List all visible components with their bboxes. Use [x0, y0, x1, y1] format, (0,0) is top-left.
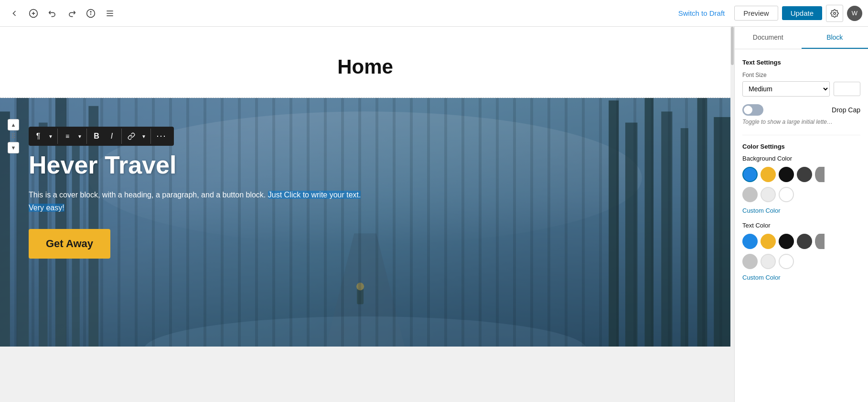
align-icon: ≡	[65, 132, 69, 140]
main-area: Home	[0, 27, 868, 402]
paragraph-type-button[interactable]: ¶	[31, 129, 46, 144]
text-color-dark-gray[interactable]	[797, 234, 812, 249]
text-format-group: B I	[89, 129, 122, 144]
link-button[interactable]	[124, 129, 139, 144]
redo-button[interactable]	[63, 5, 80, 22]
text-color-swatches	[742, 234, 860, 249]
page-title[interactable]: Home	[10, 55, 721, 78]
add-block-button[interactable]	[25, 5, 42, 22]
drop-cap-row: Drop Cap	[742, 104, 860, 116]
undo-button[interactable]	[44, 5, 61, 22]
more-options-group: ⋮	[153, 129, 170, 144]
cover-paragraph[interactable]: This is a cover block, with a heading, a…	[29, 188, 363, 214]
move-up-button[interactable]: ▲	[8, 119, 19, 130]
drag-handle[interactable]: ⠿	[8, 131, 19, 141]
switch-to-draft-button[interactable]: Switch to Draft	[673, 6, 731, 20]
bold-button[interactable]: B	[89, 129, 104, 144]
drop-cap-label-text: Drop Cap	[832, 106, 860, 114]
bg-color-gray-partial[interactable]	[815, 167, 825, 182]
sidebar-divider-1	[742, 135, 860, 135]
background-color-swatches-row2	[742, 187, 860, 202]
move-down-button[interactable]: ▼	[8, 142, 19, 153]
font-size-select[interactable]: Medium Small Large Extra Large	[742, 81, 830, 97]
chevron-down-icon-2: ▼	[77, 134, 82, 139]
user-avatar[interactable]: W	[847, 6, 862, 21]
text-color-swatches-row2	[742, 254, 860, 269]
text-color-blue[interactable]	[742, 234, 758, 249]
font-size-label-text: Font Size	[742, 72, 860, 78]
align-dropdown-button[interactable]: ▼	[75, 129, 85, 144]
toggle-knob	[744, 106, 752, 114]
settings-button[interactable]	[826, 5, 843, 22]
bg-color-dark-gray[interactable]	[797, 167, 812, 182]
paragraph-text-before: This is a cover block, with a heading, a…	[29, 191, 268, 199]
editor-canvas: Home	[0, 27, 730, 347]
font-size-custom-input[interactable]	[834, 82, 860, 96]
page-title-area: Home	[0, 27, 730, 98]
right-sidebar: Document Block Text Settings Font Size M…	[734, 27, 868, 402]
drop-cap-toggle[interactable]	[742, 104, 763, 116]
italic-button[interactable]: I	[104, 129, 119, 144]
scrollbar-thumb	[731, 27, 734, 65]
text-color-black[interactable]	[779, 234, 794, 249]
text-color-label: Text Color	[742, 222, 860, 229]
preview-button[interactable]: Preview	[734, 6, 778, 21]
main-toolbar: Switch to Draft Preview Update W	[0, 0, 868, 27]
list-view-button[interactable]	[101, 5, 118, 22]
text-color-off-white[interactable]	[761, 254, 776, 269]
bg-color-black[interactable]	[779, 167, 794, 182]
text-settings-label: Text Settings	[742, 59, 860, 66]
text-color-light-gray[interactable]	[742, 254, 758, 269]
update-button[interactable]: Update	[782, 6, 822, 20]
button-block: Get Away	[29, 229, 702, 259]
text-color-gray-partial[interactable]	[815, 234, 825, 249]
text-color-white[interactable]	[779, 254, 794, 269]
block-move-handle[interactable]: ▲ ⠿ ▼	[8, 119, 19, 153]
text-color-yellow[interactable]	[761, 234, 776, 249]
tab-block[interactable]: Block	[802, 27, 868, 49]
toolbar-right-actions: Switch to Draft Preview Update W	[673, 5, 862, 22]
link-group: ▼	[124, 129, 151, 144]
more-options-button[interactable]: ⋮	[153, 129, 168, 144]
chevron-down-icon-3: ▼	[141, 134, 146, 139]
bg-color-yellow[interactable]	[761, 167, 776, 182]
bg-color-off-white[interactable]	[761, 187, 776, 202]
bg-color-light-gray[interactable]	[742, 187, 758, 202]
info-button[interactable]	[82, 5, 99, 22]
bg-color-blue[interactable]	[742, 167, 758, 182]
custom-color-text-link[interactable]: Custom Color	[742, 274, 860, 281]
color-settings-label: Color Settings	[742, 143, 860, 150]
background-color-swatches	[742, 167, 860, 182]
sidebar-content: Text Settings Font Size Medium Small Lar…	[735, 49, 868, 402]
chevron-down-icon: ▼	[48, 134, 53, 139]
cover-content: ▲ ⠿ ▼ ¶ ▼	[0, 98, 730, 278]
svg-point-5	[90, 11, 91, 12]
cover-heading[interactable]: Hever Travel	[29, 152, 702, 179]
sidebar-tabs: Document Block	[735, 27, 868, 49]
block-format-toolbar: ¶ ▼ ≡ ▼	[29, 127, 174, 146]
back-button[interactable]	[6, 5, 23, 22]
align-button[interactable]: ≡	[60, 129, 75, 144]
paragraph-type-group: ¶ ▼	[31, 129, 58, 144]
editor-scrollbar[interactable]	[730, 27, 734, 402]
cover-block[interactable]: ▲ ⠿ ▼ ¶ ▼	[0, 98, 730, 347]
toolbar-left-actions	[6, 5, 118, 22]
paragraph-dropdown-button[interactable]: ▼	[46, 129, 55, 144]
paragraph-icon: ¶	[36, 132, 41, 141]
tab-document[interactable]: Document	[735, 27, 802, 49]
alignment-group: ≡ ▼	[60, 129, 87, 144]
font-size-row: Medium Small Large Extra Large	[742, 81, 860, 97]
link-dropdown-button[interactable]: ▼	[139, 129, 149, 144]
custom-color-bg-link[interactable]: Custom Color	[742, 207, 860, 214]
bg-color-white[interactable]	[779, 187, 794, 202]
editor-area: Home	[0, 27, 730, 402]
drop-cap-hint: Toggle to show a large initial lette…	[742, 119, 860, 125]
svg-point-9	[834, 12, 836, 14]
get-away-button[interactable]: Get Away	[29, 229, 110, 259]
background-color-label: Background Color	[742, 155, 860, 162]
